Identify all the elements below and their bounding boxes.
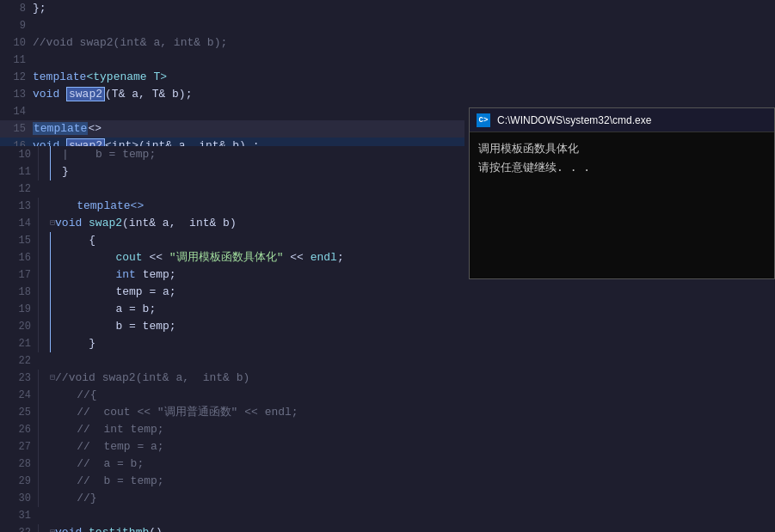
- code-line-b18: 18 temp = a;: [0, 284, 464, 301]
- line-num-9: 9: [5, 20, 33, 32]
- code-text: <typename T>: [86, 70, 167, 83]
- code-line-15: 15 template<>: [0, 120, 464, 138]
- code-line-b30: 30 //}: [0, 490, 464, 507]
- code-text: temp = a;: [62, 284, 176, 301]
- line-body-b16: cout << "调用模板函数具体化" << endl;: [38, 249, 464, 266]
- code-line-12: 12 template<typename T>: [0, 69, 464, 86]
- cmd-icon: C>: [477, 113, 490, 127]
- code-text: // temp = a;: [50, 438, 164, 456]
- code-text: testjthmb: [89, 524, 149, 532]
- template-keyword: template: [33, 122, 88, 135]
- code-line-11: 11: [0, 52, 464, 69]
- code-line-b17: 17 int temp;: [0, 266, 464, 284]
- code-line-b24: 24 //{: [0, 387, 464, 404]
- line-num-10: 10: [5, 37, 33, 49]
- line-body-b25: // cout << "调用普通函数" << endl;: [38, 404, 464, 421]
- code-text: ;: [337, 249, 344, 266]
- code-text: temp;: [143, 266, 176, 284]
- code-text: swap2: [89, 215, 122, 232]
- line-content-8: };: [33, 0, 464, 17]
- line-body-b31: [38, 507, 464, 524]
- code-line-b31: 31: [0, 507, 464, 524]
- code-line-b15: 15 {: [0, 232, 464, 249]
- code-line-9: 9: [0, 17, 464, 34]
- line-num-b21: 21: [5, 335, 38, 352]
- line-num-b22: 22: [5, 352, 38, 370]
- code-text: void: [55, 524, 89, 532]
- code-editor[interactable]: 8 }; 9 10 //void swap2(int& a, int& b); …: [0, 0, 464, 532]
- cmd-icon-text: C>: [479, 116, 489, 125]
- code-text: <<: [143, 249, 169, 266]
- code-text: template: [33, 70, 86, 83]
- line-num-8: 8: [5, 3, 33, 15]
- code-text: "调用模板函数具体化": [169, 249, 284, 266]
- code-text: int: [62, 266, 143, 284]
- code-line-b28: 28 // a = b;: [0, 456, 464, 473]
- line-body-b19: a = b;: [38, 301, 464, 318]
- code-text: };: [33, 2, 46, 15]
- code-text: //void swap2(int& a, int& b): [55, 370, 249, 387]
- line-num-b17: 17: [5, 266, 38, 284]
- line-num-b27: 27: [5, 438, 38, 456]
- line-num-13: 13: [5, 89, 33, 101]
- line-body-b18: temp = a;: [38, 284, 464, 301]
- line-num-b25: 25: [5, 404, 38, 421]
- line-body-b17: int temp;: [38, 266, 464, 284]
- line-num-b13: 13: [5, 198, 38, 215]
- code-text: // int temp;: [50, 421, 164, 438]
- line-body-b28: // a = b;: [38, 456, 464, 473]
- line-body-b21: }: [38, 335, 464, 352]
- line-num-b31: 31: [5, 507, 38, 524]
- code-line-b11: 11 }: [0, 163, 464, 180]
- highlighted-swap2: swap2: [66, 87, 105, 101]
- code-line-b27: 27 // temp = a;: [0, 438, 464, 456]
- line-body-b10: | b = temp;: [38, 146, 464, 163]
- code-text: void: [33, 88, 66, 101]
- line-num-b23: 23: [5, 370, 38, 387]
- line-body-b29: // b = temp;: [38, 473, 464, 490]
- code-text: //}: [50, 490, 97, 507]
- code-text: b = temp;: [62, 318, 176, 335]
- line-body-b27: // temp = a;: [38, 438, 464, 456]
- code-text: void: [55, 215, 89, 232]
- code-line-13: 13 void swap2(T& a, T& b);: [0, 86, 464, 103]
- line-content-15: template<>: [33, 120, 464, 138]
- line-body-b20: b = temp;: [38, 318, 464, 335]
- code-line-14: 14: [0, 103, 464, 120]
- code-line-b14: 14 ⊟ void swap2(int& a, int& b): [0, 215, 464, 232]
- code-text: template<>: [50, 198, 144, 215]
- code-line-b21: 21 }: [0, 335, 464, 352]
- line-body-b12: [38, 180, 464, 198]
- cmd-titlebar[interactable]: C> C:\WINDOWS\system32\cmd.exe: [470, 108, 774, 132]
- code-text: //void swap2(int& a, int& b);: [33, 36, 227, 49]
- cmd-window[interactable]: C> C:\WINDOWS\system32\cmd.exe 调用模板函数具体化…: [469, 107, 775, 279]
- line-body-b23: ⊟ //void swap2(int& a, int& b): [38, 370, 464, 387]
- code-line-8: 8 };: [0, 0, 464, 17]
- line-body-b32: ⊟ void testjthmb(): [38, 524, 464, 532]
- code-text: // cout << "调用普通函数" << endl;: [50, 404, 298, 421]
- code-text: {: [62, 232, 95, 249]
- code-text: endl: [311, 249, 337, 266]
- line-body-b26: // int temp;: [38, 421, 464, 438]
- code-line-b20: 20 b = temp;: [0, 318, 464, 335]
- code-line-b13: 13 template<>: [0, 198, 464, 215]
- code-text: (): [149, 524, 163, 532]
- line-num-b16: 16: [5, 249, 38, 266]
- code-line-b16: 16 cout << "调用模板函数具体化" << endl;: [0, 249, 464, 266]
- code-text: (T& a, T& b);: [105, 88, 192, 101]
- line-content-10: //void swap2(int& a, int& b);: [33, 34, 464, 52]
- line-num-b24: 24: [5, 387, 38, 404]
- line-body-b13: template<>: [38, 198, 464, 215]
- code-text: //{: [50, 387, 97, 404]
- line-num-b12: 12: [5, 180, 38, 198]
- code-line-b32: 32 ⊟ void testjthmb(): [0, 524, 464, 532]
- line-body-b15: {: [38, 232, 464, 249]
- code-text: // b = temp;: [50, 473, 164, 490]
- line-content-13: void swap2(T& a, T& b);: [33, 86, 464, 103]
- code-text: (int& a, int& b): [122, 215, 237, 232]
- code-line-b19: 19 a = b;: [0, 301, 464, 318]
- line-body-b22: [38, 352, 464, 370]
- line-num-b28: 28: [5, 456, 38, 473]
- line-num-12: 12: [5, 71, 33, 83]
- line-body-b11: }: [38, 163, 464, 180]
